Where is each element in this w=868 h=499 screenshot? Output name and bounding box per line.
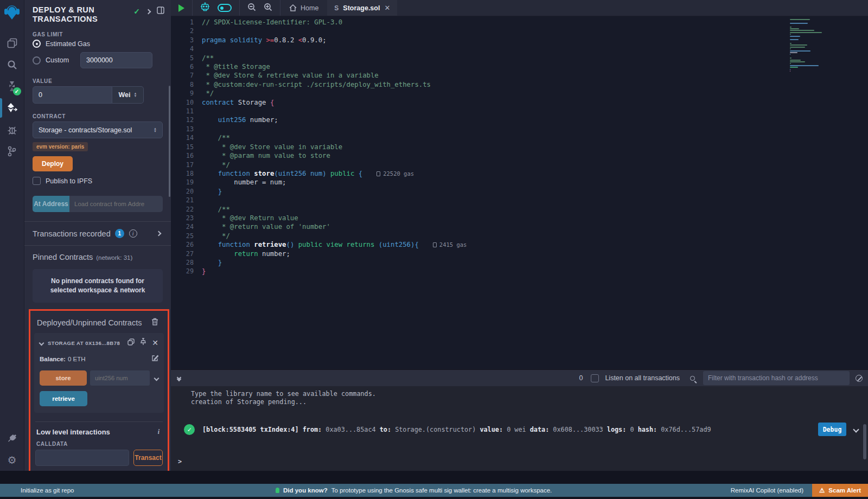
store-expand-icon[interactable] <box>154 375 159 381</box>
tab-home[interactable]: Home <box>280 0 327 16</box>
at-address-input[interactable] <box>69 196 163 212</box>
low-level-info-icon[interactable]: i <box>158 428 159 436</box>
value-unit-label: Wei <box>119 91 131 99</box>
transactions-count-badge: 1 <box>115 229 124 238</box>
transaction-log-row[interactable]: ✓ [block:5583405 txIndex:4] from: 0xa03.… <box>171 423 868 436</box>
pinned-empty-message: No pinned contracts found for selected w… <box>33 269 163 303</box>
remove-contract-icon[interactable]: ✕ <box>152 339 158 347</box>
terminal-scrollbar[interactable] <box>863 424 866 459</box>
code-line: 20 } <box>171 187 868 196</box>
code-line: 3pragma solidity >=0.8.2 <0.9.0; <box>171 36 868 44</box>
transactions-recorded-row[interactable]: Transactions recorded 1 i <box>24 222 171 245</box>
deploy-button[interactable]: Deploy <box>33 156 73 171</box>
gas-limit-label: GAS LIMIT <box>33 31 163 37</box>
code-lines: 1// SPDX-License-Identifier: GPL-3.023pr… <box>171 16 868 276</box>
code-line: 21 <box>171 196 868 204</box>
code-line: 7 * @dev Store & retrieve value in a var… <box>171 71 868 80</box>
settings-gear-icon[interactable]: ⚙ <box>0 449 24 471</box>
panel-scrollbar[interactable] <box>169 86 170 197</box>
store-arg-input[interactable] <box>90 370 150 386</box>
store-function-button[interactable]: store <box>40 370 87 386</box>
pinned-network-label: (network: 31) <box>96 254 132 261</box>
copilot-status[interactable]: RemixAI Copilot (enabled) <box>731 487 803 494</box>
evm-version-badge: evm version: paris <box>33 142 88 151</box>
status-bar: Initialize as git repo Did you know? To … <box>0 484 868 497</box>
code-line: 23 * @dev Return value <box>171 214 868 222</box>
contract-collapse-icon[interactable] <box>39 340 44 346</box>
custom-gas-input[interactable] <box>80 52 152 68</box>
code-line: 9 */ <box>171 89 868 98</box>
deploy-run-icon[interactable] <box>0 97 24 119</box>
contract-select-stepper-icon: ▲▼ <box>154 127 157 133</box>
git-icon[interactable] <box>0 140 24 162</box>
transactions-expand-icon[interactable] <box>156 231 162 236</box>
publish-ipfs-checkbox[interactable] <box>33 177 41 185</box>
terminal-search-icon[interactable] <box>690 376 695 381</box>
contract-selected-value: Storage - contracts/Storage.sol <box>39 126 132 134</box>
contract-label: CONTRACT <box>33 113 163 119</box>
code-line: 27 return number; <box>171 250 868 258</box>
terminal-prompt[interactable]: > <box>178 458 182 465</box>
code-line: 25 */ <box>171 232 868 240</box>
tx-success-icon: ✓ <box>184 424 195 435</box>
copilot-toggle[interactable] <box>218 4 232 12</box>
panel-expand-icon[interactable] <box>146 9 151 14</box>
code-line: 12 uint256 number; <box>171 116 868 124</box>
at-address-button[interactable]: At Address <box>33 196 69 212</box>
custom-gas-radio[interactable] <box>33 56 41 65</box>
listen-all-checkbox[interactable] <box>591 374 599 382</box>
tx-expand-icon[interactable] <box>854 426 858 433</box>
tab-close-icon[interactable]: ✕ <box>384 4 390 12</box>
code-line: 16 * @param num value to store <box>171 151 868 160</box>
pin-panel-icon[interactable] <box>157 7 164 16</box>
compile-success-badge: ✓ <box>13 87 21 95</box>
value-input[interactable] <box>33 86 112 104</box>
gas-estimate-annotation: 2415 gas <box>433 241 467 248</box>
edit-balance-icon[interactable] <box>151 354 158 364</box>
ai-copilot-robot-icon[interactable] <box>200 2 210 14</box>
code-line: 19 number = num; <box>171 178 868 187</box>
scam-alert-button[interactable]: ⚠ Scam Alert <box>812 484 868 497</box>
zoom-in-icon[interactable] <box>264 3 272 14</box>
solidity-compiler-icon[interactable]: ✓ <box>0 75 24 97</box>
code-line: 10contract Storage { <box>171 98 868 107</box>
zoom-out-icon[interactable] <box>247 3 256 14</box>
transactions-info-icon[interactable]: i <box>129 229 137 238</box>
value-unit-select[interactable]: Wei ▲▼ <box>112 86 144 104</box>
remix-logo-icon[interactable] <box>3 4 21 22</box>
terminal-collapse-icon[interactable] <box>177 376 181 381</box>
tab-storage-sol[interactable]: S Storage.sol ✕ <box>327 0 397 16</box>
code-line: 4 <box>171 44 868 53</box>
plugin-manager-icon[interactable] <box>0 427 24 449</box>
estimated-gas-radio-row[interactable]: Estimated Gas <box>33 40 163 48</box>
estimated-gas-radio[interactable] <box>33 40 41 48</box>
debugger-icon[interactable] <box>0 119 24 140</box>
run-script-icon[interactable] <box>178 4 184 12</box>
pin-contract-icon[interactable] <box>140 338 146 348</box>
clear-console-icon[interactable] <box>856 375 863 382</box>
code-line: 1// SPDX-License-Identifier: GPL-3.0 <box>171 18 868 27</box>
code-editor[interactable]: 1// SPDX-License-Identifier: GPL-3.023pr… <box>171 16 868 369</box>
tab-home-label: Home <box>301 4 318 12</box>
file-explorer-icon[interactable] <box>0 32 24 54</box>
copy-address-icon[interactable] <box>127 338 135 348</box>
low-level-title: Low level interactions <box>36 428 110 436</box>
contract-instance-title: STORAGE AT 0X136...8B78 <box>48 340 120 346</box>
trash-icon[interactable] <box>151 318 158 328</box>
retrieve-function-button[interactable]: retrieve <box>40 391 87 406</box>
panel-check-icon: ✓ <box>133 7 140 16</box>
calldata-input[interactable] <box>35 450 129 466</box>
transact-button[interactable]: Transact <box>133 450 163 466</box>
terminal-filter-input[interactable] <box>703 371 850 385</box>
unit-stepper-icon: ▲▼ <box>134 92 137 98</box>
editor-toolbar: Home S Storage.sol ✕ <box>171 0 868 16</box>
contract-select[interactable]: Storage - contracts/Storage.sol ▲▼ <box>33 121 163 138</box>
warning-icon: ⚠ <box>819 487 825 494</box>
code-line: 5/** <box>171 54 868 62</box>
main-area: Home S Storage.sol ✕ 1// SPDX-License-Id… <box>171 0 868 471</box>
git-init-button[interactable]: Initialize as git repo <box>0 487 74 494</box>
solidity-file-icon: S <box>334 4 339 12</box>
search-icon[interactable] <box>0 54 24 75</box>
minimap[interactable] <box>790 19 826 72</box>
debug-button[interactable]: Debug <box>818 423 846 436</box>
